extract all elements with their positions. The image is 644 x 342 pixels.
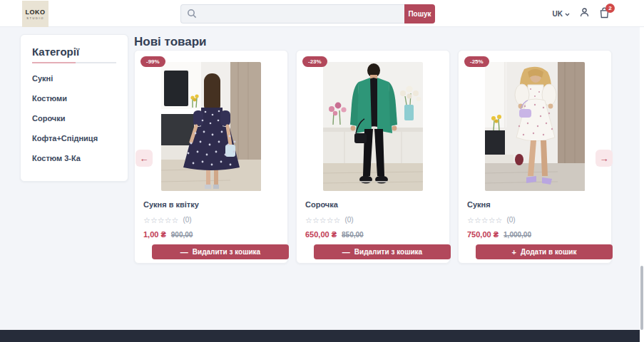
add-to-cart-button[interactable]: + Додати в кошик <box>476 244 613 259</box>
logo-subtext: STUDIO <box>26 16 44 20</box>
sidebar-item-kofta-spidnytsya[interactable]: Кофта+Спідниця <box>32 134 116 142</box>
product-image[interactable] <box>459 62 611 191</box>
minus-icon: — <box>342 248 350 256</box>
star-icon: ☆ <box>489 216 496 224</box>
star-icon: ☆ <box>320 216 327 224</box>
logo-text: LOKO <box>26 9 46 16</box>
arrow-right-icon: → <box>600 153 609 164</box>
rating-count: (0) <box>506 216 515 224</box>
store-logo[interactable]: LOKO STUDIO <box>22 1 48 27</box>
old-price: 900,00 <box>171 231 193 239</box>
star-icon: ☆ <box>158 216 165 224</box>
arrow-left-icon: ← <box>140 153 149 164</box>
rating-count: (0) <box>344 216 353 224</box>
button-label: Видалити з кошика <box>193 248 260 256</box>
rating-stars: ☆☆☆☆☆ <box>467 213 502 226</box>
product-card: -23% <box>296 50 450 264</box>
chevron-down-icon <box>565 10 570 18</box>
old-price: 1,000,00 <box>504 231 531 239</box>
current-price: 750,00 ₴ <box>467 230 499 239</box>
discount-badge: -99% <box>140 56 165 67</box>
price-row: 650,00 ₴ 850,00 <box>305 230 441 239</box>
remove-from-cart-button[interactable]: — Видалити з кошика <box>152 244 289 259</box>
category-list: Сукні Костюми Сорочки Кофта+Спідниця Кос… <box>32 74 116 162</box>
current-price: 1,00 ₴ <box>143 230 166 239</box>
star-icon: ☆ <box>496 216 503 224</box>
star-icon: ☆ <box>474 216 481 224</box>
product-carousel: -99% <box>134 50 612 264</box>
cart-button[interactable]: 2 <box>599 7 610 21</box>
minus-icon: — <box>180 248 188 256</box>
search-box <box>180 4 404 24</box>
star-icon: ☆ <box>165 216 172 224</box>
product-image[interactable] <box>135 62 287 191</box>
header: LOKO STUDIO Пошук UK <box>0 0 644 27</box>
product-info: Сукня ☆☆☆☆☆ (0) 750,00 ₴ 1,000,00 + Дода… <box>459 191 611 259</box>
product-title[interactable]: Сукня <box>467 200 603 209</box>
discount-badge: -23% <box>302 56 327 67</box>
sidebar-item-sorochky[interactable]: Сорочки <box>32 114 116 123</box>
star-icon: ☆ <box>334 216 341 224</box>
header-controls: UK 2 <box>553 0 610 27</box>
product-title[interactable]: Сорочка <box>305 200 441 209</box>
sidebar-item-kostyumy[interactable]: Костюми <box>32 94 116 103</box>
product-rating: ☆☆☆☆☆ (0) <box>467 213 603 226</box>
product-card: -99% <box>134 50 288 264</box>
old-price: 850,00 <box>342 231 364 239</box>
scrollbar-thumb[interactable] <box>640 266 643 330</box>
sidebar-item-kostyum-3ka[interactable]: Костюм 3-Ка <box>32 154 116 162</box>
product-info: Сукня в квітку ☆☆☆☆☆ (0) 1,00 ₴ 900,00 —… <box>135 191 287 259</box>
product-title[interactable]: Сукня в квітку <box>143 200 279 209</box>
rating-stars: ☆☆☆☆☆ <box>305 213 340 226</box>
sidebar-item-sukni[interactable]: Сукні <box>32 74 116 83</box>
rating-count: (0) <box>183 216 191 224</box>
current-price: 650,00 ₴ <box>305 230 337 239</box>
page-title: Нові товари <box>134 35 207 49</box>
sidebar-title-underline <box>32 62 116 63</box>
product-image[interactable] <box>297 62 449 191</box>
product-rating: ☆☆☆☆☆ (0) <box>143 213 279 226</box>
star-icon: ☆ <box>172 216 179 224</box>
remove-from-cart-button[interactable]: — Видалити з кошика <box>314 244 451 259</box>
star-icon: ☆ <box>467 216 474 224</box>
categories-sidebar: Категорії Сукні Костюми Сорочки Кофта+Сп… <box>20 34 128 182</box>
carousel-next-button[interactable]: → <box>596 150 613 167</box>
language-label: UK <box>553 10 563 18</box>
star-icon: ☆ <box>327 216 334 224</box>
product-info: Сорочка ☆☆☆☆☆ (0) 650,00 ₴ 850,00 — Вида… <box>297 191 449 259</box>
discount-badge: -25% <box>464 56 489 67</box>
button-label: Додати в кошик <box>521 248 576 256</box>
price-row: 750,00 ₴ 1,000,00 <box>467 230 603 239</box>
search-input[interactable] <box>180 4 404 24</box>
star-icon: ☆ <box>150 216 158 224</box>
star-icon: ☆ <box>312 216 320 224</box>
language-selector[interactable]: UK <box>553 10 570 18</box>
star-icon: ☆ <box>143 216 150 224</box>
star-icon: ☆ <box>481 216 489 224</box>
plus-icon: + <box>512 248 516 256</box>
cart-count-badge: 2 <box>605 4 615 13</box>
price-row: 1,00 ₴ 900,00 <box>143 230 279 239</box>
button-label: Видалити з кошика <box>354 248 422 256</box>
product-rating: ☆☆☆☆☆ (0) <box>305 213 441 226</box>
footer-bar <box>0 330 644 342</box>
user-icon <box>579 7 590 20</box>
star-icon: ☆ <box>305 216 312 224</box>
rating-stars: ☆☆☆☆☆ <box>143 213 178 226</box>
search-button[interactable]: Пошук <box>404 4 435 24</box>
carousel-prev-button[interactable]: ← <box>136 150 153 167</box>
product-card: -25% <box>458 50 612 264</box>
sidebar-title: Категорії <box>32 46 116 58</box>
search-icon <box>187 9 197 19</box>
search-form: Пошук <box>180 4 435 24</box>
account-button[interactable] <box>579 7 590 20</box>
scrollbar-track[interactable] <box>640 27 644 342</box>
